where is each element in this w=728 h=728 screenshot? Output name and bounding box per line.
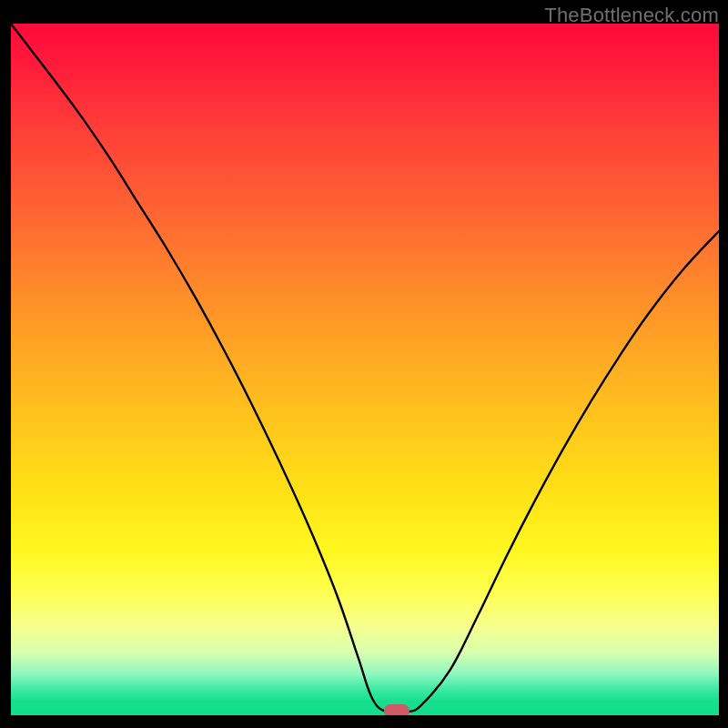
optimal-marker bbox=[384, 704, 410, 715]
watermark-text: TheBottleneck.com bbox=[544, 4, 719, 27]
bottleneck-curve bbox=[11, 24, 719, 715]
plot-area bbox=[11, 24, 719, 715]
chart-frame: TheBottleneck.com bbox=[0, 0, 728, 728]
